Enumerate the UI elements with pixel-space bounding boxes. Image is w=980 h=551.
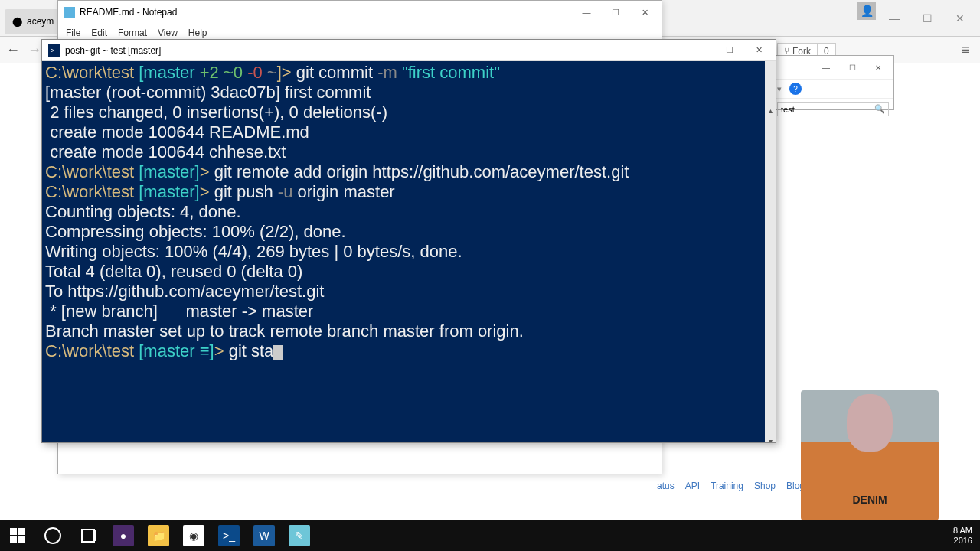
taskbar-app-chrome[interactable]: ◉ bbox=[176, 520, 211, 551]
prompt-branch: [master] bbox=[139, 182, 199, 201]
search-text: test bbox=[781, 105, 795, 114]
start-button[interactable] bbox=[0, 520, 35, 551]
prompt-gt: > bbox=[200, 162, 214, 181]
cmd-git-commit: git commit bbox=[296, 63, 377, 82]
minimize-icon[interactable]: — bbox=[579, 8, 594, 18]
taskbar-app-explorer[interactable]: 📁 bbox=[141, 520, 176, 551]
tab-title: aceym bbox=[27, 16, 54, 27]
scroll-up-icon[interactable]: ▴ bbox=[765, 101, 776, 112]
menu-file[interactable]: File bbox=[66, 28, 80, 38]
output-line: create mode 100644 README.md bbox=[45, 122, 309, 142]
close-icon[interactable]: ✕ bbox=[637, 8, 652, 18]
menu-format[interactable]: Format bbox=[118, 28, 147, 38]
browser-tab[interactable]: ⬤ aceym bbox=[5, 9, 58, 34]
shirt-text: DENIM bbox=[852, 494, 887, 505]
prompt-path: C:\work\test bbox=[45, 341, 139, 360]
prompt-branch: [master bbox=[139, 63, 199, 82]
person-head bbox=[847, 394, 893, 452]
output-line: 2 files changed, 0 insertions(+), 0 dele… bbox=[45, 103, 387, 122]
prompt-path: C:\work\test bbox=[45, 63, 139, 82]
dropdown-icon[interactable]: ▾ bbox=[777, 84, 782, 94]
powershell-titlebar[interactable]: >_ posh~git ~ test [master] — ☐ ✕ bbox=[42, 40, 776, 61]
maximize-icon[interactable]: ☐ bbox=[608, 8, 623, 18]
output-line: Total 4 (delta 0), reused 0 (delta 0) bbox=[45, 262, 302, 281]
search-input[interactable]: test 🔍 bbox=[777, 102, 889, 116]
notepad-titlebar[interactable]: README.md - Notepad — ☐ ✕ bbox=[58, 1, 662, 24]
maximize-icon[interactable]: ☐ bbox=[844, 64, 860, 72]
taskbar-app-word[interactable]: W bbox=[247, 520, 282, 551]
powershell-icon: >_ bbox=[48, 44, 60, 57]
prompt-gt: > bbox=[214, 341, 229, 360]
cursor bbox=[273, 345, 283, 360]
system-clock[interactable]: 8 AM 2016 bbox=[953, 526, 980, 546]
terminal-output[interactable]: C:\work\test [master +2 ~0 -0 ~]> git co… bbox=[42, 61, 776, 442]
explorer-toolbar: ▾ ? bbox=[773, 79, 893, 98]
prompt-added: +2 bbox=[200, 63, 224, 82]
taskbar-app-firefox[interactable]: ● bbox=[106, 520, 141, 551]
powershell-window: >_ posh~git ~ test [master] — ☐ ✕ C:\wor… bbox=[41, 39, 776, 443]
taskbar-app-powershell[interactable]: >_ bbox=[211, 520, 247, 551]
minimize-icon[interactable]: — bbox=[693, 45, 708, 55]
menu-help[interactable]: Help bbox=[188, 28, 207, 38]
back-button[interactable]: ← bbox=[6, 42, 20, 58]
output-line: Compressing objects: 100% (2/2), done. bbox=[45, 222, 346, 241]
scrollbar[interactable]: ▴ ▾ bbox=[765, 61, 776, 442]
browser-window-controls: — ☐ ✕ bbox=[889, 12, 980, 24]
cmd-git-remote: git remote add origin https://github.com… bbox=[214, 162, 629, 181]
footer-api[interactable]: API bbox=[685, 481, 700, 491]
output-line: Branch master set up to track remote bra… bbox=[45, 321, 524, 341]
explorer-titlebar: — ☐ ✕ bbox=[773, 56, 893, 79]
cmd-git-push: git push bbox=[214, 182, 278, 201]
github-footer: atus API Training Shop Blog bbox=[657, 481, 805, 491]
forward-button[interactable]: → bbox=[28, 42, 41, 58]
menu-edit[interactable]: Edit bbox=[91, 28, 107, 38]
prompt-gt: > bbox=[200, 182, 214, 201]
explorer-window: — ☐ ✕ ▾ ? test 🔍 bbox=[772, 55, 894, 110]
help-icon[interactable]: ? bbox=[789, 83, 802, 95]
footer-shop[interactable]: Shop bbox=[754, 481, 776, 491]
minimize-icon[interactable]: — bbox=[818, 64, 834, 72]
clock-time: 8 AM bbox=[953, 526, 972, 536]
cmd-flag: -m bbox=[377, 63, 402, 82]
webcam-feed: DENIM bbox=[801, 390, 939, 520]
prompt-deleted: -0 bbox=[247, 63, 267, 82]
prompt-branch: [master ≡] bbox=[139, 341, 214, 360]
menu-icon[interactable]: ≡ bbox=[956, 42, 974, 58]
cmd-flag: -u bbox=[278, 182, 293, 201]
clock-date: 2016 bbox=[953, 536, 972, 546]
scroll-down-icon[interactable]: ▾ bbox=[765, 432, 776, 442]
output-line: Counting objects: 4, done. bbox=[45, 202, 241, 221]
close-icon[interactable]: ✕ bbox=[751, 45, 766, 55]
prompt-branch: [master] bbox=[139, 162, 199, 181]
output-line: To https://github.com/aceymer/test.git bbox=[45, 282, 324, 301]
taskbar-app-notepad[interactable]: ✎ bbox=[282, 520, 317, 551]
menu-view[interactable]: View bbox=[158, 28, 178, 38]
footer-status[interactable]: atus bbox=[657, 481, 675, 491]
task-view-icon[interactable] bbox=[70, 520, 106, 551]
prompt-path: C:\work\test bbox=[45, 162, 139, 181]
search-icon: 🔍 bbox=[874, 104, 885, 114]
close-icon[interactable]: ✕ bbox=[871, 64, 886, 72]
taskbar: ● 📁 ◉ >_ W ✎ 8 AM 2016 bbox=[0, 520, 980, 551]
notepad-title-text: README.md - Notepad bbox=[80, 7, 177, 18]
footer-training[interactable]: Training bbox=[710, 481, 743, 491]
maximize-icon[interactable]: ☐ bbox=[722, 45, 737, 55]
minimize-icon[interactable]: — bbox=[889, 12, 900, 24]
prompt-path: C:\work\test bbox=[45, 182, 139, 201]
prompt-gt: > bbox=[282, 63, 296, 82]
prompt-modified: ~0 bbox=[224, 63, 247, 82]
cmd-args: origin master bbox=[292, 182, 394, 201]
explorer-search-row: test 🔍 bbox=[773, 98, 893, 119]
cortana-icon[interactable] bbox=[35, 520, 70, 551]
output-line: Writing objects: 100% (4/4), 269 bytes |… bbox=[45, 242, 462, 261]
avatar[interactable]: 👤 bbox=[858, 2, 876, 20]
close-icon[interactable]: ✕ bbox=[956, 12, 965, 24]
cmd-msg: "first commit" bbox=[402, 63, 500, 82]
output-line: * [new branch] master -> master bbox=[45, 302, 313, 321]
maximize-icon[interactable]: ☐ bbox=[923, 12, 933, 24]
cmd-git-sta: git sta bbox=[229, 341, 274, 360]
github-icon: ⬤ bbox=[12, 16, 22, 27]
powershell-title-text: posh~git ~ test [master] bbox=[65, 45, 161, 56]
prompt-tracked: ~ bbox=[267, 63, 277, 82]
output-line: create mode 100644 chhese.txt bbox=[45, 142, 286, 161]
